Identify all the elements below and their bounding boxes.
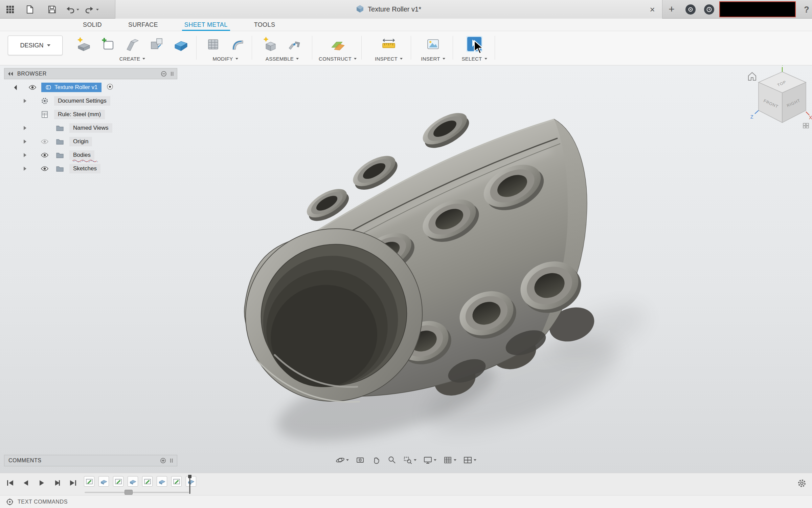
browser-header[interactable]: BROWSER (4, 68, 177, 79)
file-icon[interactable] (24, 4, 35, 15)
convert-icon[interactable] (149, 36, 165, 52)
text-commands-icon[interactable] (6, 498, 14, 506)
joint-icon[interactable] (286, 36, 302, 52)
undo-dropdown-caret[interactable] (75, 4, 81, 15)
tab-solid[interactable]: SOLID (82, 19, 103, 31)
fit-icon[interactable] (402, 454, 418, 466)
panel-grip-icon[interactable] (170, 458, 173, 463)
document-tab[interactable]: Texture Roller v1* × (115, 0, 662, 19)
timeline-playhead[interactable] (187, 475, 192, 494)
collapsed-caret-icon[interactable] (24, 153, 26, 157)
collapsed-caret-icon[interactable] (24, 126, 26, 130)
browser-item-named-views[interactable]: Named Views (4, 121, 177, 135)
timeline-flange-icon[interactable] (128, 476, 138, 487)
collapse-panel-icon[interactable] (8, 71, 13, 76)
titlebar: Texture Roller v1* × + ? (0, 0, 812, 19)
modify-fillet-icon[interactable] (229, 36, 246, 52)
orbit-icon[interactable] (335, 454, 350, 466)
timeline-settings-gear-icon[interactable] (797, 479, 807, 489)
folder-icon (53, 152, 67, 158)
expanded-caret-icon[interactable] (14, 85, 20, 90)
browser-item-document-settings[interactable]: Document Settings (4, 94, 177, 108)
collapsed-caret-icon[interactable] (24, 167, 26, 171)
help-icon[interactable]: ? (801, 4, 812, 15)
job-status-icon[interactable] (704, 4, 714, 15)
timeline-sketch-icon[interactable] (142, 476, 153, 487)
look-at-icon[interactable] (355, 454, 366, 466)
insert-dropdown[interactable]: INSERT (415, 56, 451, 62)
extensions-icon[interactable] (685, 4, 696, 15)
ribbon-group-modify: MODIFY (200, 34, 250, 62)
bend-icon[interactable] (124, 36, 140, 52)
undo-icon[interactable] (65, 4, 76, 15)
select-dropdown[interactable]: SELECT (455, 56, 493, 62)
pan-icon[interactable] (370, 454, 382, 466)
go-to-start-icon[interactable] (5, 478, 16, 488)
viewcube-settings-icon[interactable] (803, 123, 809, 128)
timeline-sketch-icon[interactable] (113, 476, 123, 487)
browser-item-rule[interactable]: Rule: Steel (mm) (4, 108, 177, 121)
timeline-flange-icon[interactable] (98, 476, 109, 487)
panel-options-icon[interactable] (161, 71, 167, 77)
assemble-dropdown[interactable]: ASSEMBLE (254, 56, 310, 62)
modify-dropdown[interactable]: MODIFY (200, 56, 250, 62)
save-icon[interactable] (47, 4, 58, 15)
visibility-eye-icon[interactable] (26, 85, 39, 90)
construct-dropdown[interactable]: CONSTRUCT (315, 56, 361, 62)
browser-tree: Texture Roller v1 Document Settings (4, 81, 177, 175)
new-tab-button[interactable]: + (667, 4, 677, 14)
text-commands-label: TEXT COMMANDS (18, 499, 68, 505)
browser-item-sketches[interactable]: Sketches (4, 162, 177, 175)
visibility-eye-icon[interactable] (38, 152, 51, 158)
timeline-zoom-track[interactable] (85, 492, 189, 493)
inspect-dropdown[interactable]: INSPECT (365, 56, 412, 62)
panel-grip-icon[interactable] (171, 71, 174, 77)
timeline-sketch-icon[interactable] (171, 476, 182, 487)
ribbon-group-create: CREATE (69, 34, 195, 62)
toolbar-tabbar: SOLID SURFACE SHEET METAL TOOLS (0, 19, 812, 31)
visibility-eye-off-icon[interactable] (38, 139, 51, 144)
insert-image-icon[interactable] (425, 36, 441, 52)
timeline-flange-icon[interactable] (157, 476, 167, 487)
measure-icon[interactable] (381, 36, 397, 52)
play-icon[interactable] (37, 478, 47, 488)
viewcube-home-icon[interactable] (748, 72, 756, 80)
comments-bar[interactable]: COMMENTS (4, 455, 177, 466)
design-dropdown[interactable]: DESIGN (8, 36, 63, 55)
tab-surface[interactable]: SURFACE (127, 19, 159, 31)
select-tool-icon[interactable] (466, 36, 482, 52)
timeline-zoom-thumb[interactable] (125, 490, 133, 495)
new-component-icon[interactable] (262, 36, 278, 52)
create-sketch-icon[interactable] (100, 36, 116, 52)
viewports-icon[interactable] (462, 454, 477, 466)
browser-item-origin[interactable]: Origin (4, 135, 177, 148)
activate-component-radio[interactable] (106, 83, 114, 92)
create-flange-icon[interactable] (75, 36, 92, 52)
sheet-flange-icon[interactable] (173, 36, 189, 52)
tab-tools[interactable]: TOOLS (253, 19, 276, 31)
zoom-icon[interactable] (386, 454, 398, 466)
collapsed-caret-icon[interactable] (24, 140, 26, 144)
visibility-eye-icon[interactable] (38, 166, 51, 171)
construct-plane-icon[interactable] (330, 36, 346, 52)
grid-snap-icon[interactable] (442, 454, 457, 466)
viewport: TOP FRONT RIGHT X Y Z (0, 65, 812, 473)
redo-dropdown-caret[interactable] (95, 4, 100, 15)
go-to-end-icon[interactable] (68, 478, 78, 488)
root-component-chip[interactable]: Texture Roller v1 (41, 83, 102, 92)
browser-item-root[interactable]: Texture Roller v1 (4, 81, 177, 94)
collapsed-caret-icon[interactable] (24, 99, 26, 103)
add-comment-icon[interactable] (160, 458, 166, 464)
browser-item-bodies[interactable]: Bodies (4, 148, 177, 162)
create-dropdown[interactable]: CREATE (69, 56, 195, 62)
app-grid-icon[interactable] (5, 4, 16, 15)
step-forward-icon[interactable] (52, 478, 62, 488)
step-back-icon[interactable] (21, 478, 31, 488)
viewcube[interactable]: TOP FRONT RIGHT X Y Z (748, 65, 812, 128)
tab-close-button[interactable]: × (647, 4, 657, 15)
redo-icon[interactable] (84, 4, 95, 15)
display-settings-icon[interactable] (422, 454, 437, 466)
modify-form-icon[interactable] (205, 36, 221, 52)
tab-sheet-metal[interactable]: SHEET METAL (183, 19, 229, 31)
timeline-sketch-icon[interactable] (84, 476, 94, 487)
